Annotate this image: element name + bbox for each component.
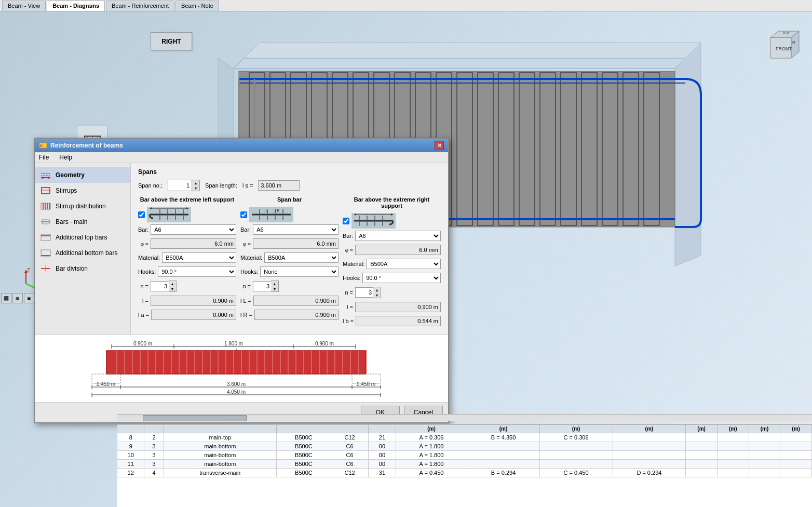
tab-beam-reinforcement[interactable]: Beam - Reinforcement <box>106 1 174 11</box>
span-no-input[interactable] <box>168 180 192 191</box>
h-scrollbar-thumb[interactable] <box>143 415 247 421</box>
svg-text:0.450 m: 0.450 m <box>357 381 375 387</box>
beam-diagram-svg: 0.900 m 1.800 m 0.900 m <box>65 340 418 400</box>
right-l-row: l = <box>343 302 441 312</box>
view-btn-3[interactable]: ▣ <box>24 293 34 303</box>
right-n-down[interactable]: ▼ <box>373 292 381 298</box>
cell: main-top <box>164 433 276 442</box>
left-bar-preview <box>147 207 191 222</box>
svg-marker-3 <box>234 58 685 69</box>
sidebar-label-stirrups: Stirrups <box>56 187 77 194</box>
span-hooks-select[interactable]: None <box>260 266 339 277</box>
right-n-input[interactable] <box>355 287 373 298</box>
span-n-up[interactable]: ▲ <box>271 281 278 286</box>
right-l-label: l = <box>343 304 353 310</box>
right-bar-select[interactable]: A6 <box>355 231 441 241</box>
span-checkbox[interactable] <box>240 211 247 218</box>
span-bar-col: Span bar l L l R <box>240 196 339 328</box>
add-top-icon <box>40 233 51 242</box>
h-scrollbar[interactable] <box>117 414 812 421</box>
cell <box>539 442 613 451</box>
stirrups-icon <box>40 186 51 195</box>
sidebar-item-stirrups[interactable]: Stirrups <box>35 183 130 198</box>
cell: 3 <box>144 460 164 469</box>
svg-rect-56 <box>42 188 50 194</box>
span-bar-select[interactable]: A6 <box>253 224 339 235</box>
left-la-value <box>151 310 236 320</box>
sidebar-item-bar-div[interactable]: Bar division <box>35 261 130 276</box>
tab-beam-note[interactable]: Beam - Note <box>175 1 219 11</box>
left-n-input[interactable] <box>151 281 169 291</box>
sidebar-item-add-bottom[interactable]: Additional bottom bars <box>35 245 130 261</box>
dialog-title-text: K Reinforcement of beams <box>39 141 123 150</box>
left-bar-select[interactable]: A6 <box>151 224 236 235</box>
right-hooks-row: Hooks: 90.0 ° <box>343 273 441 283</box>
left-n-up[interactable]: ▲ <box>169 281 176 286</box>
right-material-select[interactable]: B500A <box>367 259 441 269</box>
cell <box>749 433 780 442</box>
span-bar-label: Bar: <box>240 226 251 233</box>
dialog-menubar: File Help <box>35 152 448 163</box>
right-material-row: Material: B500A <box>343 259 441 269</box>
span-material-select[interactable]: B500A <box>264 252 339 263</box>
menu-file[interactable]: File <box>37 153 51 162</box>
cell: main-bottom <box>164 460 276 469</box>
right-hooks-select[interactable]: 90.0 ° <box>362 273 441 283</box>
svg-text:l R: l R <box>275 209 280 212</box>
cell <box>686 442 718 451</box>
svg-text:1.800 m: 1.800 m <box>224 341 243 346</box>
sidebar-item-bars-main[interactable]: Bars - main <box>35 214 130 230</box>
view-btn-2[interactable]: ▦ <box>12 293 23 303</box>
view-btn-1[interactable]: ⬛ <box>1 293 11 303</box>
col-header-5 <box>331 425 369 433</box>
left-n-row: n = ▲ ▼ <box>138 281 236 292</box>
right-lb-label: l b = <box>343 318 354 324</box>
span-bar-row: Bar: A6 <box>240 224 339 235</box>
menu-help[interactable]: Help <box>57 153 74 162</box>
left-hooks-select[interactable]: 90.0 ° <box>158 266 236 277</box>
span-n-spinner[interactable]: ▲ ▼ <box>253 281 279 292</box>
cell <box>717 469 749 477</box>
ls-label: l s = <box>242 182 253 189</box>
left-n-spinner[interactable]: ▲ ▼ <box>151 281 177 292</box>
span-n-spinner-btns: ▲ ▼ <box>271 281 279 292</box>
col-header-13: (m) <box>749 425 780 433</box>
orientation-cube[interactable]: FRONT R TOP <box>760 27 802 69</box>
span-n-down[interactable]: ▼ <box>271 286 278 291</box>
cell <box>749 451 780 460</box>
span-no-down-btn[interactable]: ▼ <box>192 185 199 191</box>
dialog-main-content: Spans Span no.: ▲ ▼ Span length: l s = <box>131 163 448 335</box>
sidebar-item-stirrup-dist[interactable]: Stirrup distribution <box>35 198 130 214</box>
span-n-input[interactable] <box>253 281 271 291</box>
tab-beam-diagrams[interactable]: Beam - Diagrams <box>47 1 105 11</box>
cell: B500C <box>276 451 331 460</box>
span-length-label: Span length: <box>205 182 237 189</box>
left-checkbox[interactable] <box>138 211 145 218</box>
left-phi-value <box>151 238 236 249</box>
left-bar-label: Bar: <box>138 226 148 233</box>
tab-beam-view[interactable]: Beam - View <box>2 1 46 11</box>
sidebar-item-add-top[interactable]: Additional top bars <box>35 230 130 245</box>
span-no-up-btn[interactable]: ▲ <box>192 180 199 185</box>
right-col-title: Bar above the extreme right support <box>343 196 441 209</box>
cell <box>686 460 718 469</box>
span-no-spinner[interactable]: ▲ ▼ <box>168 180 200 191</box>
left-material-label: Material: <box>138 255 160 261</box>
right-n-up[interactable]: ▲ <box>373 287 381 292</box>
spans-row: Span no.: ▲ ▼ Span length: l s = <box>138 180 441 191</box>
cell: D = 0.294 <box>613 469 686 477</box>
left-material-select[interactable]: B500A <box>162 252 236 263</box>
right-checkbox[interactable] <box>343 218 349 224</box>
left-n-down[interactable]: ▼ <box>169 286 176 291</box>
cell: 10 <box>117 451 144 460</box>
dialog-close-button[interactable]: ✕ <box>435 141 444 150</box>
right-n-spinner[interactable]: ▲ ▼ <box>355 287 381 298</box>
col-header-9: (m) <box>539 425 613 433</box>
sidebar-item-geometry[interactable]: Geometry <box>35 167 130 183</box>
right-view-button[interactable]: RIGHT <box>151 32 192 50</box>
span-lr-label: l R = <box>240 312 252 318</box>
sidebar-label-stirrup-dist: Stirrup distribution <box>56 203 106 210</box>
left-support-col: Bar above the extreme left support <box>138 196 236 328</box>
cell <box>539 451 613 460</box>
col-header-14: (m) <box>780 425 812 433</box>
